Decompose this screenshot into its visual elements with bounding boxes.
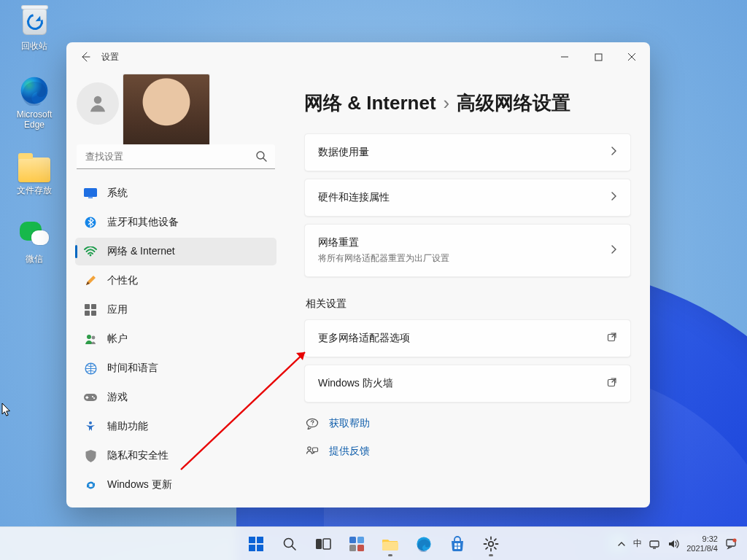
sidebar-item-system[interactable]: 系统 xyxy=(75,179,276,207)
svg-point-3 xyxy=(257,152,264,159)
close-button[interactable] xyxy=(615,42,649,71)
search-icon xyxy=(255,150,268,166)
search-icon xyxy=(282,537,297,551)
sidebar-item-gaming[interactable]: 游戏 xyxy=(75,384,276,411)
system-tray[interactable]: 中 9:32 2021/8/4 xyxy=(617,534,747,553)
gamepad-icon xyxy=(84,391,97,404)
svg-point-19 xyxy=(93,397,95,399)
svg-point-13 xyxy=(92,336,96,340)
profile-area[interactable]: 好！不要给别人知道 xyxy=(77,76,275,131)
svg-rect-8 xyxy=(85,304,90,309)
svg-rect-46 xyxy=(650,541,659,547)
svg-rect-44 xyxy=(458,546,460,548)
card-network-reset[interactable]: 网络重置 将所有网络适配器重置为出厂设置 xyxy=(304,224,631,277)
link-get-help[interactable]: 获取帮助 xyxy=(306,417,631,430)
apps-icon xyxy=(84,303,97,316)
breadcrumb-parent[interactable]: 网络 & Internet xyxy=(304,90,436,116)
svg-rect-17 xyxy=(85,397,88,398)
sidebar-item-bluetooth[interactable]: 蓝牙和其他设备 xyxy=(75,209,276,236)
desktop-icon-wechat[interactable]: 微信 xyxy=(7,219,61,264)
person-icon xyxy=(87,93,109,114)
svg-point-18 xyxy=(92,396,93,397)
tray-ime-icon[interactable]: 中 xyxy=(633,537,642,550)
svg-rect-33 xyxy=(316,539,322,549)
titlebar[interactable]: 设置 xyxy=(66,42,650,71)
sidebar-nav: 系统 蓝牙和其他设备 网络 & Internet 个性化 应用 xyxy=(75,179,276,499)
minimize-icon xyxy=(560,52,569,61)
taskbar-search[interactable] xyxy=(275,529,304,559)
sidebar-item-privacy[interactable]: 隐私和安全性 xyxy=(75,442,276,470)
svg-point-24 xyxy=(308,446,311,449)
svg-point-2 xyxy=(94,96,102,104)
back-button[interactable] xyxy=(75,47,96,67)
card-windows-firewall[interactable]: Windows 防火墙 xyxy=(304,365,631,402)
svg-rect-1 xyxy=(595,54,602,61)
svg-rect-4 xyxy=(84,188,97,197)
tray-clock[interactable]: 9:32 2021/8/4 xyxy=(686,534,718,553)
taskbar-task-view[interactable] xyxy=(309,529,338,559)
svg-rect-36 xyxy=(357,537,364,543)
gear-icon xyxy=(483,536,499,552)
desktop-icon-edge[interactable]: Microsoft Edge xyxy=(7,74,61,130)
taskbar-edge[interactable] xyxy=(409,529,438,559)
taskbar-file-explorer[interactable] xyxy=(376,529,405,559)
svg-rect-37 xyxy=(349,545,356,551)
breadcrumb-current: 高级网络设置 xyxy=(457,90,570,116)
svg-point-12 xyxy=(87,335,91,339)
tray-volume-icon[interactable] xyxy=(668,539,679,549)
sidebar-item-apps[interactable]: 应用 xyxy=(75,296,276,324)
sidebar-item-windows-update[interactable]: Windows 更新 xyxy=(75,471,276,499)
sidebar-item-accounts[interactable]: 帐户 xyxy=(75,325,276,353)
sidebar-item-label: 应用 xyxy=(107,303,128,316)
svg-rect-43 xyxy=(454,546,457,548)
desktop-icon-label: Microsoft Edge xyxy=(7,109,61,130)
svg-rect-31 xyxy=(257,545,263,551)
card-hardware-properties[interactable]: 硬件和连接属性 xyxy=(304,179,631,217)
card-subtitle: 将所有网络适配器重置为出厂设置 xyxy=(318,252,610,265)
search-input[interactable] xyxy=(77,144,275,169)
desktop-icon-recycle-bin[interactable]: 回收站 xyxy=(7,6,61,51)
globe-clock-icon xyxy=(84,362,97,375)
link-give-feedback[interactable]: 提供反馈 xyxy=(306,445,631,458)
svg-rect-41 xyxy=(454,543,457,545)
link-label: 提供反馈 xyxy=(329,445,370,458)
avatar-placeholder xyxy=(77,82,119,125)
edge-icon xyxy=(416,536,432,552)
taskbar[interactable]: 中 9:32 2021/8/4 xyxy=(0,526,747,560)
sidebar-item-personalization[interactable]: 个性化 xyxy=(75,267,276,295)
wifi-icon xyxy=(84,245,97,258)
help-chat-icon xyxy=(306,418,319,429)
settings-window: 设置 好！不要给别人知道 xyxy=(66,42,650,508)
section-title-related: 相关设置 xyxy=(306,298,631,311)
maximize-button[interactable] xyxy=(581,42,615,71)
chevron-right-icon: › xyxy=(444,92,450,114)
svg-rect-5 xyxy=(88,198,93,198)
svg-rect-38 xyxy=(357,545,364,551)
desktop-icon-label: 回收站 xyxy=(7,41,61,51)
content-pane[interactable]: 网络 & Internet › 高级网络设置 数据使用量 硬件和连接属性 网络重… xyxy=(285,71,650,508)
svg-rect-28 xyxy=(249,537,255,543)
sidebar-item-label: 蓝牙和其他设备 xyxy=(107,216,179,229)
tray-chevron-up-icon[interactable] xyxy=(617,540,626,548)
feedback-icon xyxy=(306,446,319,457)
taskbar-widgets[interactable] xyxy=(342,529,371,559)
taskbar-store[interactable] xyxy=(443,529,472,559)
external-link-icon xyxy=(607,332,617,345)
tray-notifications-icon[interactable] xyxy=(725,538,737,550)
sidebar-item-accessibility[interactable]: 辅助功能 xyxy=(75,413,276,440)
chevron-right-icon xyxy=(610,244,617,257)
search-box[interactable] xyxy=(77,144,275,169)
sidebar-item-network[interactable]: 网络 & Internet xyxy=(75,238,276,265)
minimize-button[interactable] xyxy=(548,42,581,71)
desktop-icon-folder[interactable]: 文件存放 xyxy=(7,153,61,195)
card-data-usage[interactable]: 数据使用量 xyxy=(304,133,631,171)
maximize-icon xyxy=(595,53,603,61)
card-more-adapter-options[interactable]: 更多网络适配器选项 xyxy=(304,319,631,357)
start-button[interactable] xyxy=(241,529,271,559)
widgets-icon xyxy=(349,536,365,552)
system-icon xyxy=(84,187,97,200)
tray-network-icon[interactable] xyxy=(649,539,661,549)
wechat-icon xyxy=(18,219,50,251)
sidebar-item-time-language[interactable]: 时间和语言 xyxy=(75,354,276,382)
taskbar-settings[interactable] xyxy=(476,529,506,559)
